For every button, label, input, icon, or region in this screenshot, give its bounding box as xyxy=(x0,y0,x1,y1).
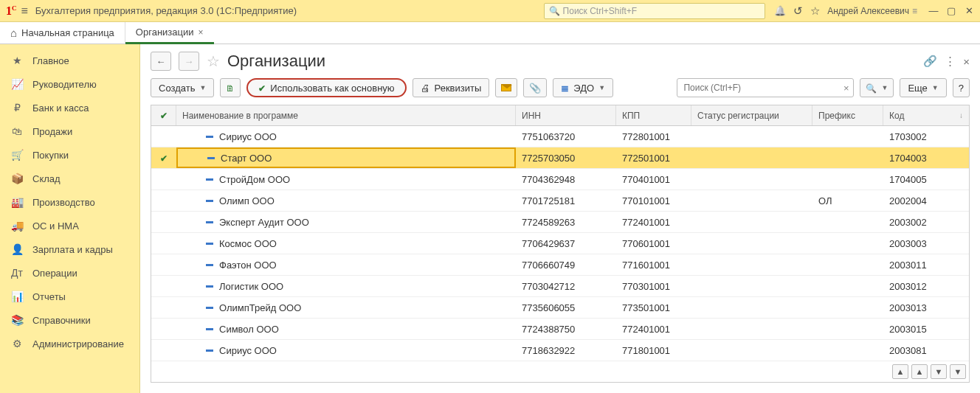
window-minimize[interactable]: — xyxy=(928,5,939,16)
edo-button[interactable]: ЭДО ▼ xyxy=(553,78,613,97)
sidebar-icon: Дт xyxy=(10,267,24,279)
history-icon[interactable] xyxy=(793,4,803,18)
user-menu[interactable]: Андрей Алексеевич xyxy=(827,6,921,16)
link-icon[interactable] xyxy=(923,55,937,68)
row-name-cell: Сириус ООО xyxy=(176,131,516,142)
col-code[interactable]: Код ↓ xyxy=(883,105,969,125)
table-row[interactable]: Символ ООО 7724388750 772401001 2003015 xyxy=(151,319,969,340)
row-name-cell: Эксперт Аудит ООО xyxy=(176,217,516,228)
row-name: Олимп ООО xyxy=(219,195,275,206)
col-inn[interactable]: ИНН xyxy=(516,105,616,125)
nav-forward-button[interactable]: → xyxy=(179,52,199,71)
grid-down-button[interactable]: ▼ xyxy=(931,364,947,379)
row-inn: 7735606055 xyxy=(516,302,616,313)
row-name: Символ ООО xyxy=(219,324,279,335)
row-code: 1704003 xyxy=(883,153,969,164)
help-button[interactable]: ? xyxy=(953,78,970,97)
row-name-cell: Фаэтон ООО xyxy=(176,260,516,271)
sidebar-item[interactable]: 🏭Производство xyxy=(0,190,139,214)
col-prefix[interactable]: Префикс xyxy=(812,105,883,125)
use-as-main-label: Использовать как основную xyxy=(270,83,394,94)
notifications-icon[interactable] xyxy=(774,5,786,16)
col-check[interactable] xyxy=(151,105,176,125)
table-row[interactable]: СтройДом ООО 7704362948 770401001 170400… xyxy=(151,169,969,190)
window-maximize[interactable]: ▢ xyxy=(946,5,956,16)
sidebar-item-label: ОС и НМА xyxy=(32,220,79,232)
use-as-main-button[interactable]: Использовать как основную xyxy=(246,78,406,97)
sidebar-item[interactable]: 🛍Продажи xyxy=(0,119,139,143)
sidebar-item[interactable]: ★Главное xyxy=(0,49,139,72)
attach-button[interactable] xyxy=(523,78,547,97)
help-button-label: ? xyxy=(959,83,964,94)
more-button[interactable]: Еще ▼ xyxy=(900,78,946,97)
create-button[interactable]: Создать ▼ xyxy=(151,78,214,97)
copy-button[interactable] xyxy=(220,78,241,97)
grid-first-button[interactable]: ▲ xyxy=(892,364,908,379)
table-row[interactable]: Фаэтон ООО 7706660749 771601001 2003011 xyxy=(151,254,969,276)
row-kpp: 772401001 xyxy=(616,217,691,228)
sidebar-item-label: Зарплата и кадры xyxy=(32,244,113,255)
clear-search-icon[interactable]: × xyxy=(839,83,854,94)
sidebar-item[interactable]: 🚚ОС и НМА xyxy=(0,214,139,237)
sidebar-item[interactable]: 📈Руководителю xyxy=(0,72,139,96)
tab-home[interactable]: Начальная страница xyxy=(0,22,125,44)
sidebar-item[interactable]: ₽Банк и касса xyxy=(0,96,139,119)
advanced-search-button[interactable]: ▼ xyxy=(860,78,894,97)
table-search-input[interactable] xyxy=(677,83,838,93)
global-search[interactable]: Поиск Ctrl+Shift+F xyxy=(544,3,765,19)
sidebar-item-label: Производство xyxy=(32,197,95,208)
main-menu-button[interactable]: ≡ xyxy=(21,4,28,18)
org-icon xyxy=(206,221,213,223)
sidebar-item[interactable]: 👤Зарплата и кадры xyxy=(0,237,139,261)
table-row[interactable]: Эксперт Аудит ООО 7724589263 772401001 2… xyxy=(151,212,969,233)
more-menu-icon[interactable] xyxy=(945,55,956,68)
favorites-icon[interactable] xyxy=(810,4,820,18)
sidebar-item[interactable]: 📊Отчеты xyxy=(0,285,139,308)
close-page-icon[interactable]: × xyxy=(963,55,970,68)
sidebar-item[interactable]: 📦Склад xyxy=(0,167,139,190)
table-row[interactable]: Сириус ООО 7718632922 771801001 2003081 xyxy=(151,340,969,361)
row-kpp: 772501001 xyxy=(616,153,691,164)
table-row[interactable]: Олимп ООО 7701725181 770101001 ОЛ 200200… xyxy=(151,190,969,212)
row-code: 2003012 xyxy=(883,281,969,292)
row-name-cell: ОлимпТрейд ООО xyxy=(176,302,516,313)
grid-up-button[interactable]: ▲ xyxy=(911,364,928,379)
mail-button[interactable] xyxy=(495,78,517,97)
requisites-label: Реквизиты xyxy=(435,83,482,94)
row-inn: 7704362948 xyxy=(516,174,616,185)
sidebar-item-label: Главное xyxy=(32,55,69,66)
nav-back-button[interactable]: ← xyxy=(151,52,171,71)
row-kpp: 772401001 xyxy=(616,324,691,335)
sidebar-item[interactable]: 🛒Покупки xyxy=(0,143,139,167)
sidebar-item[interactable]: ⚙Администрирование xyxy=(0,332,139,355)
requisites-button[interactable]: Реквизиты xyxy=(413,78,490,97)
sidebar-item-label: Продажи xyxy=(32,126,72,137)
row-name-cell: Логистик ООО xyxy=(176,281,516,292)
table-row[interactable]: Сириус ООО 7751063720 772801001 1703002 xyxy=(151,126,969,147)
grid-last-button[interactable]: ▼ xyxy=(950,364,966,379)
table-row[interactable]: ОлимпТрейд ООО 7735606055 773501001 2003… xyxy=(151,297,969,319)
sidebar-item[interactable]: 📚Справочники xyxy=(0,308,139,332)
row-prefix: ОЛ xyxy=(812,195,883,206)
tab-organizations[interactable]: Организации × xyxy=(125,22,214,44)
col-code-label: Код xyxy=(889,111,904,121)
sidebar-item[interactable]: ДтОперации xyxy=(0,261,139,285)
table-row[interactable]: Космос ООО 7706429637 770601001 2003003 xyxy=(151,233,969,254)
check-icon xyxy=(160,111,168,121)
sidebar-icon: 🚚 xyxy=(10,220,24,232)
col-name[interactable]: Наименование в программе xyxy=(176,105,516,125)
tab-organizations-label: Организации xyxy=(136,27,194,38)
table-search[interactable]: × xyxy=(677,78,854,97)
sidebar-item-label: Администрирование xyxy=(32,338,124,349)
col-kpp[interactable]: КПП xyxy=(616,105,691,125)
tab-close-icon[interactable]: × xyxy=(199,27,204,38)
org-icon xyxy=(206,328,213,330)
table-row[interactable]: Старт ООО 7725703050 772501001 1704003 xyxy=(151,147,969,169)
row-name-cell: Старт ООО xyxy=(176,147,516,168)
table-row[interactable]: Логистик ООО 7703042712 770301001 200301… xyxy=(151,276,969,297)
col-status[interactable]: Статус регистрации xyxy=(691,105,812,125)
org-icon xyxy=(206,243,213,245)
sidebar-icon: 👤 xyxy=(10,243,24,255)
favorite-toggle[interactable]: ☆ xyxy=(207,52,220,70)
window-close[interactable]: ✕ xyxy=(964,5,974,16)
